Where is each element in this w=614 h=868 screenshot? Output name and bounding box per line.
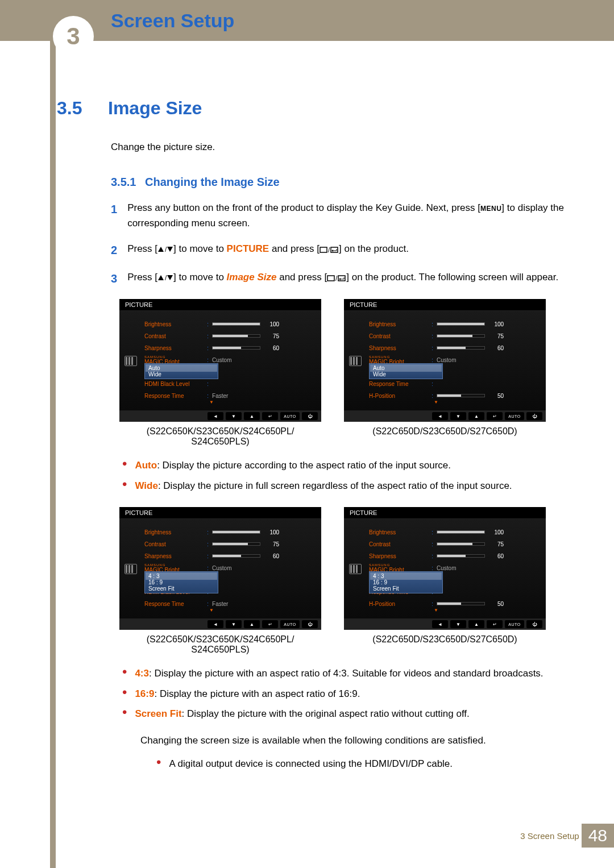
footer-chapter: 3 Screen Setup xyxy=(520,831,579,841)
rect-enter-icon: / xyxy=(327,275,346,281)
power-icon: ⏻ xyxy=(526,620,542,628)
osd-dropdown-43: 4 : 3 16 : 9 Screen Fit xyxy=(369,571,443,593)
step-text: Press [/] to move to PICTURE and press [… xyxy=(127,241,580,259)
osd-panel-d-auto: PICTURE Brightness:100 Contrast:75 Sharp… xyxy=(344,299,546,422)
svg-text:/: / xyxy=(328,246,330,253)
osd-footer: ◄ ▼ ▲ ↵ AUTO ⏻ xyxy=(344,618,546,630)
left-icon: ◄ xyxy=(208,412,223,420)
section-title: Image Size xyxy=(108,98,202,119)
picture-keyword: PICTURE xyxy=(227,243,269,254)
bullet-icon: • xyxy=(122,686,127,701)
osd-caption: (S22C650K/S23C650K/S24C650PL/S24C650PLS) xyxy=(119,426,321,447)
osd-dropdown-auto: Auto Wide xyxy=(369,363,443,379)
svg-rect-3 xyxy=(320,247,327,252)
osd-title: PICTURE xyxy=(119,299,321,311)
enter-icon: ↵ xyxy=(262,620,278,628)
svg-marker-13 xyxy=(339,278,341,280)
osd-footer: ◄ ▼ ▲ ↵ AUTO ⏻ xyxy=(119,410,321,422)
auto-button: AUTO xyxy=(505,412,524,420)
bullet-list-1: •Auto: Display the picture according to … xyxy=(122,458,580,493)
osd-footer: ◄ ▼ ▲ ↵ AUTO ⏻ xyxy=(344,410,546,422)
tab-icon xyxy=(125,356,137,366)
page-number: 48 xyxy=(582,824,614,848)
up-icon: ▲ xyxy=(244,620,260,628)
power-icon: ⏻ xyxy=(526,412,542,420)
up-icon: ▲ xyxy=(468,620,484,628)
auto-button: AUTO xyxy=(280,412,300,420)
step-number: 1 xyxy=(111,200,117,231)
enter-icon: ↵ xyxy=(487,412,503,420)
step-3: 3 Press [/] to move to Image Size and pr… xyxy=(111,269,580,288)
power-icon: ⏻ xyxy=(302,412,318,420)
auto-button: AUTO xyxy=(505,620,524,628)
osd-dropdown-43: 4 : 3 16 : 9 Screen Fit xyxy=(144,571,218,593)
bullet-icon: • xyxy=(156,755,161,771)
osd-panel-k-43: PICTURE Brightness:100 Contrast:75 Sharp… xyxy=(119,507,321,630)
subsection-number: 3.5.1 xyxy=(111,176,136,188)
osd-panel-k-auto: PICTURE Brightness:100 Contrast:75 Sharp… xyxy=(119,299,321,422)
subsection-title: Changing the Image Size xyxy=(145,176,280,188)
down-icon: ▼ xyxy=(226,620,242,628)
scroll-down-icon: ▼ xyxy=(434,608,438,613)
bullet-icon: • xyxy=(122,477,127,493)
rect-enter-icon: / xyxy=(320,246,339,253)
auto-button: AUTO xyxy=(280,620,300,628)
svg-marker-9 xyxy=(167,275,173,280)
section-number: 3.5 xyxy=(57,98,91,119)
bullet-icon: • xyxy=(122,457,127,473)
side-rail xyxy=(50,0,56,848)
svg-marker-6 xyxy=(331,250,333,252)
menu-keyword: MENU xyxy=(480,205,501,213)
step-2: 2 Press [/] to move to PICTURE and press… xyxy=(111,241,580,259)
imagesize-keyword: Image Size xyxy=(227,272,277,283)
left-icon: ◄ xyxy=(432,412,448,420)
scroll-down-icon: ▼ xyxy=(209,608,214,613)
down-icon: ▼ xyxy=(450,412,466,420)
bullet-list-2: •4:3: Display the picture with an aspect… xyxy=(122,666,580,771)
chapter-title: Screen Setup xyxy=(111,10,234,32)
svg-rect-10 xyxy=(327,276,334,281)
osd-footer: ◄ ▼ ▲ ↵ AUTO ⏻ xyxy=(119,618,321,630)
section-heading: 3.5 Image Size xyxy=(57,98,580,119)
down-icon: ▼ xyxy=(450,620,466,628)
page-footer: 3 Screen Setup 48 xyxy=(0,819,614,848)
scroll-down-icon: ▼ xyxy=(209,400,214,405)
step-number: 2 xyxy=(111,241,117,259)
subsection-heading: 3.5.1 Changing the Image Size xyxy=(111,176,580,189)
tab-icon xyxy=(349,564,362,574)
bullet-icon: • xyxy=(122,665,127,681)
svg-text:/: / xyxy=(335,275,338,281)
left-icon: ◄ xyxy=(208,620,223,628)
tab-icon xyxy=(349,356,362,366)
up-down-icon: / xyxy=(157,275,173,281)
section-description: Change the picture size. xyxy=(111,142,580,153)
power-icon: ⏻ xyxy=(302,620,318,628)
osd-panel-d-43: PICTURE Brightness:100 Contrast:75 Sharp… xyxy=(344,507,546,630)
svg-marker-0 xyxy=(158,247,164,252)
step-text: Press [/] to move to Image Size and pres… xyxy=(127,269,580,288)
osd-dropdown-auto: Auto Wide xyxy=(144,363,218,379)
up-icon: ▲ xyxy=(244,412,260,420)
scroll-down-icon: ▼ xyxy=(434,400,438,405)
osd-row-1: PICTURE Brightness:100 Contrast:75 Sharp… xyxy=(111,299,580,447)
step-number: 3 xyxy=(111,269,117,288)
condition-text: Changing the screen size is available wh… xyxy=(140,735,580,746)
down-icon: ▼ xyxy=(226,412,242,420)
step-1: 1 Press any button on the front of the p… xyxy=(111,200,580,231)
enter-icon: ↵ xyxy=(262,412,278,420)
osd-title: PICTURE xyxy=(119,507,321,519)
svg-marker-2 xyxy=(167,247,173,252)
bullet-icon: • xyxy=(122,705,127,721)
tab-icon xyxy=(125,564,137,574)
osd-caption: (S22C650D/S23C650D/S27C650D) xyxy=(344,634,546,645)
step-text: Press any button on the front of the pro… xyxy=(127,200,580,231)
osd-title: PICTURE xyxy=(344,507,546,519)
svg-text:/: / xyxy=(165,275,167,281)
up-icon: ▲ xyxy=(468,412,484,420)
osd-caption: (S22C650D/S23C650D/S27C650D) xyxy=(344,426,546,437)
svg-text:/: / xyxy=(165,246,167,253)
enter-icon: ↵ xyxy=(487,620,503,628)
osd-caption: (S22C650K/S23C650K/S24C650PL/S24C650PLS) xyxy=(119,634,321,655)
up-down-icon: / xyxy=(157,246,173,253)
left-icon: ◄ xyxy=(432,620,448,628)
